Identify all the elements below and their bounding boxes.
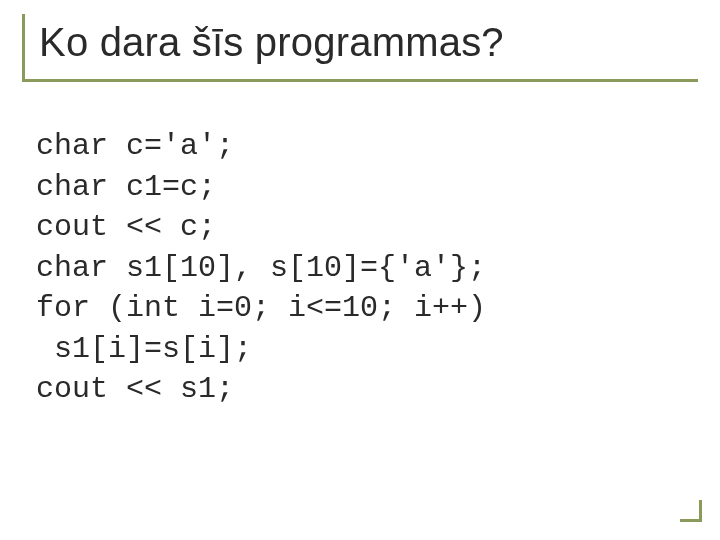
- slide-title: Ko dara šīs programmas?: [39, 20, 698, 65]
- corner-decoration: [680, 500, 702, 522]
- code-line-7: cout << s1;: [36, 372, 234, 406]
- code-line-1: char c='a';: [36, 129, 234, 163]
- code-line-5: for (int i=0; i<=10; i++): [36, 291, 486, 325]
- title-block: Ko dara šīs programmas?: [22, 14, 698, 82]
- code-block: char c='a'; char c1=c; cout << c; char s…: [36, 126, 486, 410]
- code-line-3: cout << c;: [36, 210, 216, 244]
- code-line-4: char s1[10], s[10]={'a'};: [36, 251, 486, 285]
- code-line-6: s1[i]=s[i];: [36, 332, 252, 366]
- code-line-2: char c1=c;: [36, 170, 216, 204]
- slide: Ko dara šīs programmas? char c='a'; char…: [0, 0, 720, 540]
